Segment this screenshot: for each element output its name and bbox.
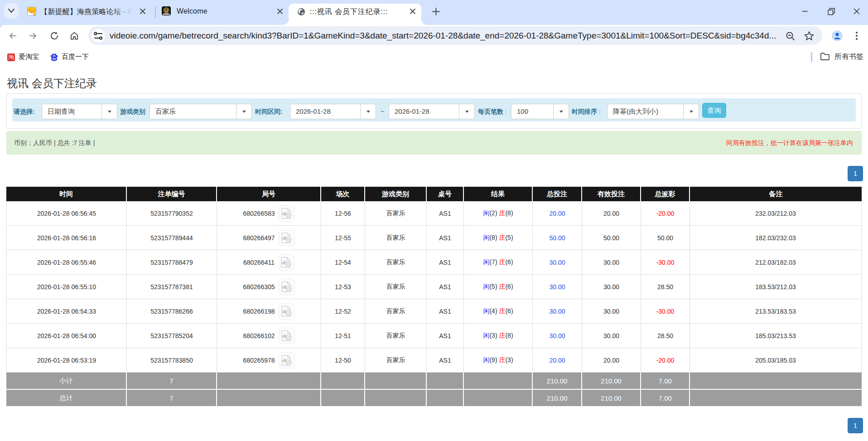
svg-text:du: du bbox=[53, 57, 56, 60]
